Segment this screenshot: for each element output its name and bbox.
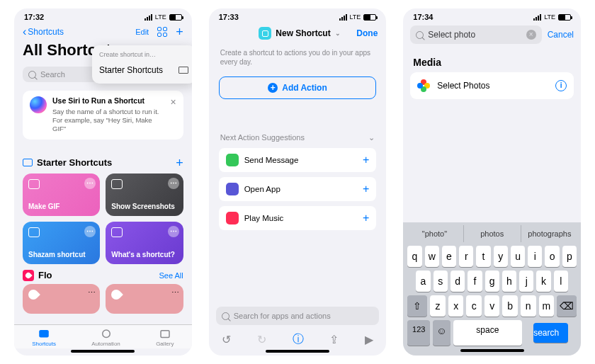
key[interactable]: x xyxy=(448,295,464,317)
more-icon[interactable]: ⋯ xyxy=(84,226,96,237)
key[interactable]: e xyxy=(442,246,456,267)
more-icon[interactable]: ⋯ xyxy=(88,288,96,297)
prediction[interactable]: "photo" xyxy=(406,225,463,242)
status-time: 17:32 xyxy=(24,13,44,21)
screen-select-photo: 17:34 LTE Select photo× Cancel Media Sel… xyxy=(403,8,581,356)
shortcut-card-screenshots[interactable]: ⋯Show Screenshots xyxy=(106,174,183,216)
back-button[interactable]: ‹Shortcuts xyxy=(23,26,64,38)
key[interactable]: y xyxy=(494,246,508,267)
shortcut-card-make-gif[interactable]: ⋯Make GIF xyxy=(23,174,100,216)
info-icon[interactable]: i xyxy=(555,80,567,91)
tab-shortcuts[interactable]: Shortcuts xyxy=(32,328,56,347)
key[interactable]: o xyxy=(545,246,559,267)
key[interactable]: g xyxy=(485,271,499,292)
stack-icon xyxy=(111,227,123,237)
cancel-button[interactable]: Cancel xyxy=(548,30,574,40)
key[interactable]: s xyxy=(434,271,448,292)
flo-card[interactable]: ⋯ xyxy=(106,284,183,314)
search-input[interactable]: Select photo× xyxy=(410,25,541,44)
key[interactable]: q xyxy=(407,246,421,267)
key[interactable]: v xyxy=(484,295,500,317)
info-icon[interactable]: ⓘ xyxy=(293,332,304,347)
clear-icon[interactable]: × xyxy=(526,30,536,40)
tab-automation[interactable]: Automation xyxy=(91,328,120,347)
folder-icon xyxy=(178,67,188,74)
redo-icon[interactable]: ↻ xyxy=(257,333,266,346)
folder-icon xyxy=(23,159,33,166)
key[interactable]: b xyxy=(502,295,518,317)
key[interactable]: h xyxy=(502,271,516,292)
suggestions-header: Next Action Suggestions xyxy=(220,133,305,142)
search-icon xyxy=(222,312,230,320)
suggestion-open-app[interactable]: Open App+ xyxy=(219,177,377,201)
done-button[interactable]: Done xyxy=(356,28,378,38)
numbers-key[interactable]: 123 xyxy=(407,320,430,346)
key[interactable]: r xyxy=(459,246,473,267)
action-select-photos[interactable]: Select Photos i xyxy=(410,72,574,99)
shortcut-card-shazam[interactable]: ⋯Shazam shortcut xyxy=(23,222,100,264)
subtitle-text: Create a shortcut to actions you do in y… xyxy=(209,44,387,74)
key[interactable]: f xyxy=(468,271,482,292)
suggestion-play-music[interactable]: Play Music+ xyxy=(219,206,377,230)
key[interactable]: a xyxy=(416,271,430,292)
add-to-folder-button[interactable]: + xyxy=(176,157,183,169)
view-grid-icon[interactable] xyxy=(157,27,167,37)
key[interactable]: i xyxy=(528,246,542,267)
close-icon[interactable]: × xyxy=(170,96,176,108)
status-bar: 17:33 LTE xyxy=(209,8,387,23)
more-icon[interactable]: ⋯ xyxy=(84,178,96,189)
more-icon[interactable]: ⋯ xyxy=(168,178,179,189)
status-network: LTE xyxy=(155,13,166,21)
key[interactable]: z xyxy=(430,295,446,317)
search-icon xyxy=(28,71,36,79)
leaf-icon xyxy=(26,288,40,302)
space-key[interactable]: space xyxy=(453,320,523,346)
add-icon[interactable]: + xyxy=(363,183,369,195)
waveform-icon xyxy=(28,227,40,237)
shift-key[interactable]: ⇧ xyxy=(407,295,427,317)
key[interactable]: k xyxy=(536,271,550,292)
add-action-button[interactable]: +Add Action xyxy=(219,76,377,99)
flo-app-icon xyxy=(23,270,34,281)
see-all-link[interactable]: See All xyxy=(159,271,183,280)
key[interactable]: j xyxy=(519,271,533,292)
shortcut-title[interactable]: New Shortcut⌄ xyxy=(259,27,340,40)
edit-button[interactable]: Edit xyxy=(135,28,149,36)
home-indicator xyxy=(266,350,329,353)
flo-card[interactable]: ⋯ xyxy=(23,284,100,314)
action-search-field[interactable]: Search for apps and actions xyxy=(216,307,380,325)
key[interactable]: w xyxy=(425,246,439,267)
search-key[interactable]: search xyxy=(533,323,568,343)
more-icon[interactable]: ⋯ xyxy=(168,226,179,237)
add-shortcut-button[interactable]: + xyxy=(176,25,183,38)
share-icon[interactable]: ⇪ xyxy=(329,333,339,346)
prediction[interactable]: photos xyxy=(463,225,521,242)
play-icon[interactable]: ▶ xyxy=(365,333,373,346)
add-icon[interactable]: + xyxy=(363,154,369,166)
key[interactable]: u xyxy=(511,246,525,267)
messages-icon xyxy=(226,154,239,166)
shortcut-card-whats[interactable]: ⋯What's a shortcut? xyxy=(106,222,183,264)
prediction[interactable]: photographs xyxy=(521,225,578,242)
leaf-icon xyxy=(109,288,123,302)
tab-gallery[interactable]: Gallery xyxy=(156,328,174,347)
screen-all-shortcuts: 17:32 LTE ‹Shortcuts Edit + All Shortcut… xyxy=(14,8,192,356)
popover-item-starter[interactable]: Starter Shortcuts xyxy=(92,61,192,79)
key[interactable]: c xyxy=(466,295,482,317)
key[interactable]: l xyxy=(554,271,568,292)
emoji-key[interactable]: ☺ xyxy=(433,320,450,346)
svg-point-1 xyxy=(102,330,110,338)
key[interactable]: d xyxy=(450,271,465,292)
backspace-key[interactable]: ⌫ xyxy=(557,295,577,317)
more-icon[interactable]: ⋯ xyxy=(171,288,179,297)
key[interactable]: p xyxy=(562,246,577,267)
key[interactable]: m xyxy=(539,295,555,317)
undo-icon[interactable]: ↺ xyxy=(222,333,231,346)
add-icon[interactable]: + xyxy=(363,212,369,224)
key[interactable]: t xyxy=(476,246,490,267)
screen-new-shortcut: 17:33 LTE New Shortcut⌄ Done Create a sh… xyxy=(209,8,387,356)
key[interactable]: n xyxy=(521,295,536,317)
chevron-down-icon[interactable]: ⌄ xyxy=(368,133,375,142)
suggestion-send-message[interactable]: Send Message+ xyxy=(219,148,377,172)
status-time: 17:33 xyxy=(219,13,239,21)
